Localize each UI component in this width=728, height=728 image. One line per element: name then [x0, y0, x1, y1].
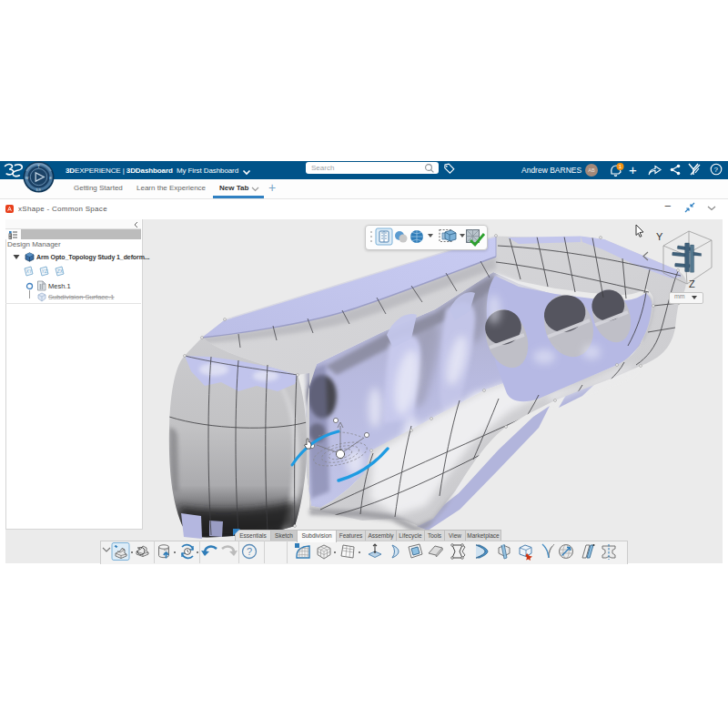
- svg-text:XY: XY: [25, 268, 33, 274]
- svg-text:YZ: YZ: [42, 268, 48, 274]
- svg-text:Z: Z: [689, 278, 695, 289]
- svg-text:ZX: ZX: [56, 268, 64, 274]
- svg-text:?: ?: [247, 546, 252, 557]
- svg-text:Y: Y: [656, 231, 663, 242]
